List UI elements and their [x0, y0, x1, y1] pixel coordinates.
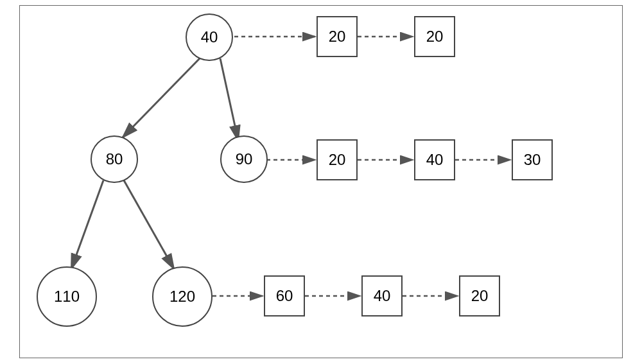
box-b3c: 20 [459, 275, 500, 316]
node-90: 90 [220, 135, 268, 183]
node-label: 120 [169, 288, 195, 306]
box-label: 20 [329, 151, 346, 169]
node-label: 110 [54, 288, 80, 306]
node-120: 120 [152, 266, 213, 327]
box-label: 20 [471, 287, 489, 305]
box-label: 20 [426, 28, 444, 46]
box-b3a: 60 [264, 275, 305, 316]
edge-80-110 [71, 180, 103, 269]
node-label: 90 [236, 150, 253, 168]
box-b1b: 20 [414, 16, 455, 57]
node-110: 110 [37, 266, 97, 327]
node-80: 80 [91, 135, 138, 183]
box-label: 20 [329, 28, 346, 46]
box-label: 30 [524, 151, 541, 169]
node-label: 40 [201, 28, 218, 46]
box-b2c: 30 [512, 139, 553, 180]
box-b1a: 20 [317, 16, 358, 57]
box-b3b: 40 [361, 275, 403, 316]
edge-40-80 [123, 58, 200, 137]
box-label: 40 [426, 151, 444, 169]
box-label: 40 [374, 287, 391, 305]
box-b2b: 40 [414, 139, 455, 180]
box-b2a: 20 [317, 139, 358, 180]
edge-80-120 [124, 180, 174, 269]
diagram-frame: 40 80 90 110 120 20 20 20 40 30 60 40 20 [19, 5, 623, 358]
box-label: 60 [276, 287, 293, 305]
node-label: 80 [106, 150, 123, 168]
edge-40-90 [220, 58, 238, 141]
node-40: 40 [186, 13, 233, 61]
